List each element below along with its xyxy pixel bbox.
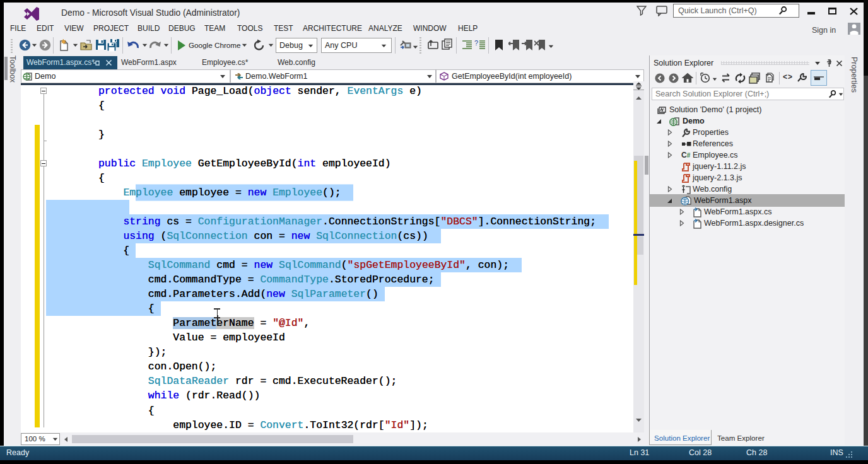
svg-text:?: ?	[474, 40, 478, 47]
